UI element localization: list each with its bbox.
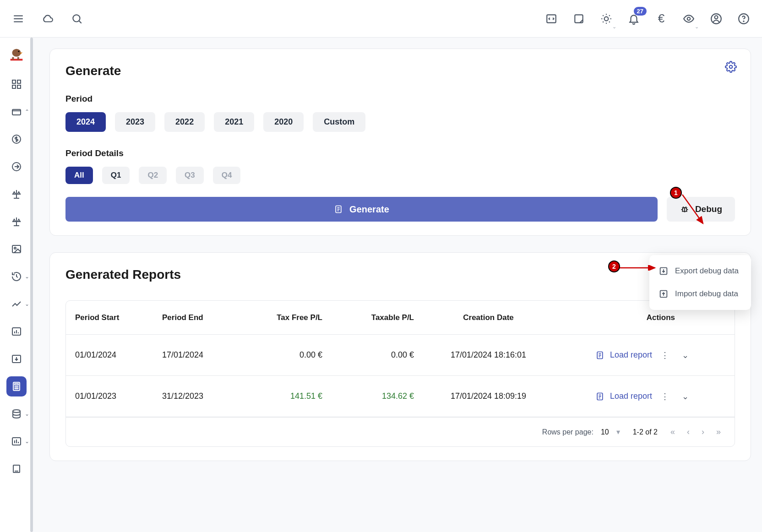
help-button[interactable]	[736, 11, 751, 26]
import-debug-item[interactable]: Import debug data	[649, 282, 751, 305]
svg-point-45	[17, 386, 18, 387]
svg-rect-42	[15, 384, 18, 385]
detail-chip-all[interactable]: All	[65, 167, 93, 184]
theme-button[interactable]: ⌄	[599, 11, 614, 26]
expand-row-button[interactable]: ⌄	[682, 391, 689, 402]
reports-table: Period Start Period End Tax Free P/L Tax…	[65, 300, 735, 447]
notification-badge: 27	[634, 7, 647, 16]
period-chip-2021[interactable]: 2021	[214, 112, 254, 132]
svg-point-43	[15, 386, 16, 387]
generate-title: Generate	[65, 64, 735, 78]
sidebar-analytics[interactable]: ⌄	[6, 294, 27, 314]
svg-line-14	[603, 22, 604, 22]
svg-line-75	[682, 195, 703, 223]
cloud-button[interactable]	[40, 11, 55, 26]
dropdown-icon[interactable]: ▾	[616, 428, 620, 436]
sidebar-calculator[interactable]	[6, 376, 27, 396]
next-page-button[interactable]: ›	[702, 427, 704, 437]
sidebar-wallet[interactable]: ⌃	[6, 102, 27, 122]
import-icon	[659, 289, 669, 299]
annotation-arrow-2	[618, 265, 658, 271]
chevron-down-icon: ⌄	[695, 24, 699, 30]
more-menu-button[interactable]: ⋮	[661, 391, 669, 402]
svg-rect-26	[12, 80, 16, 83]
generate-button[interactable]: Generate	[65, 197, 658, 222]
sidebar-transfer[interactable]	[6, 157, 27, 177]
chevron-down-icon: ⌄	[25, 301, 29, 307]
period-chip-2024[interactable]: 2024	[65, 112, 106, 132]
notifications-button[interactable]: 27	[626, 11, 641, 26]
svg-rect-25	[17, 57, 19, 60]
period-label: Period	[65, 94, 735, 104]
pagination-range: 1-2 of 2	[633, 428, 658, 436]
expand-row-button[interactable]: ⌄	[682, 350, 689, 360]
sidebar-bar-chart[interactable]	[6, 321, 27, 342]
sidebar-download[interactable]	[6, 349, 27, 369]
more-menu-button[interactable]: ⋮	[661, 350, 669, 360]
detail-chip-q3: Q3	[176, 167, 204, 184]
detail-chip-q1[interactable]: Q1	[102, 167, 130, 184]
chevron-down-icon: ⌄	[612, 24, 616, 30]
rows-per-page: Rows per page: 10 ▾	[542, 428, 620, 436]
account-button[interactable]	[709, 11, 724, 26]
sidebar-stats[interactable]: ⌄	[6, 431, 27, 451]
svg-rect-29	[17, 85, 21, 88]
col-actions: Actions	[554, 313, 702, 322]
svg-point-20	[743, 21, 744, 21]
sidebar-balance-1[interactable]	[6, 184, 27, 204]
sidebar: ⌃ ⌄ ⌄ ⌄ ⌄	[0, 38, 33, 532]
table-row: 01/01/2024 17/01/2024 0.00 € 0.00 € 17/0…	[66, 335, 735, 376]
cell-period-end: 17/01/2024	[153, 350, 245, 360]
load-report-link[interactable]: Load report	[554, 391, 661, 401]
annotation-marker-2: 2	[608, 261, 620, 272]
action-row: Generate Debug	[65, 197, 735, 222]
settings-button[interactable]	[725, 61, 737, 75]
document-icon	[334, 205, 343, 214]
svg-point-56	[729, 65, 733, 69]
load-report-link[interactable]: Load report	[554, 350, 661, 360]
topbar-left	[11, 11, 84, 26]
rows-per-page-label: Rows per page:	[542, 428, 593, 436]
visibility-button[interactable]: ⌄	[681, 11, 696, 26]
sidebar-dashboard[interactable]	[6, 74, 27, 94]
cell-period-start: 01/01/2023	[66, 391, 153, 401]
period-chip-2023[interactable]: 2023	[115, 112, 155, 132]
sidebar-coins[interactable]	[6, 129, 27, 149]
period-chip-custom[interactable]: Custom	[313, 112, 365, 132]
svg-point-21	[12, 49, 21, 57]
table-row: 01/01/2023 31/12/2023 141.51 € 134.62 € …	[66, 376, 735, 417]
code-button[interactable]	[544, 11, 559, 26]
detail-chip-q4: Q4	[213, 167, 241, 184]
export-debug-item[interactable]: Export debug data	[649, 260, 751, 282]
load-report-label: Load report	[610, 350, 652, 360]
chevron-down-icon: ⌄	[25, 438, 29, 445]
table-footer: Rows per page: 10 ▾ 1-2 of 2 « ‹ › »	[66, 417, 735, 446]
currency-button[interactable]: €	[654, 11, 669, 26]
table-header: Period Start Period End Tax Free P/L Tax…	[66, 301, 735, 335]
document-icon	[595, 392, 604, 401]
detail-chip-q2: Q2	[139, 167, 167, 184]
svg-line-15	[609, 15, 610, 16]
svg-point-22	[18, 51, 19, 52]
period-chip-2022[interactable]: 2022	[164, 112, 205, 132]
app-logo	[8, 46, 25, 63]
sidebar-balance-2[interactable]	[6, 212, 27, 232]
svg-point-49	[13, 410, 20, 413]
sidebar-history[interactable]: ⌄	[6, 266, 27, 287]
sidebar-book[interactable]	[6, 459, 27, 479]
sidebar-database[interactable]: ⌄	[6, 404, 27, 424]
first-page-button[interactable]: «	[670, 427, 675, 437]
generate-card: Generate Period 2024 2023 2022 2021 2020…	[49, 49, 751, 236]
svg-rect-28	[12, 85, 16, 88]
period-chip-2020[interactable]: 2020	[263, 112, 304, 132]
search-button[interactable]	[70, 11, 84, 26]
sidebar-image[interactable]	[6, 239, 27, 259]
document-icon	[595, 351, 604, 360]
note-button[interactable]	[572, 11, 586, 26]
col-period-start: Period Start	[66, 313, 153, 322]
menu-button[interactable]	[11, 11, 26, 26]
cell-period-start: 01/01/2024	[66, 350, 153, 360]
prev-page-button[interactable]: ‹	[687, 427, 690, 437]
rows-per-page-value[interactable]: 10	[601, 428, 609, 436]
last-page-button[interactable]: »	[716, 427, 721, 437]
